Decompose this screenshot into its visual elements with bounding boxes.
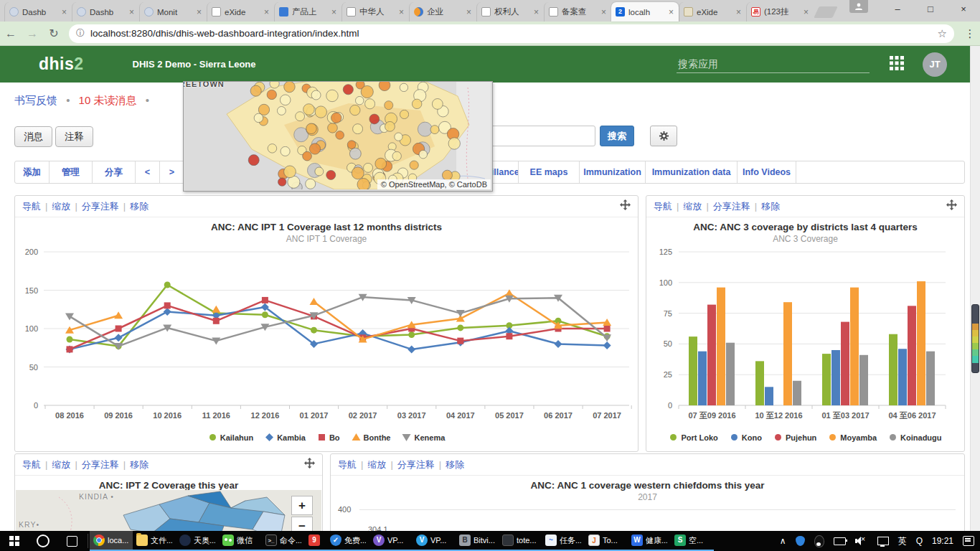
taskbar-app-shield[interactable]: ✓免费...	[326, 531, 369, 551]
dashboard-tab[interactable]: Immunization data	[646, 161, 738, 183]
browser-profile-icon[interactable]	[849, 0, 868, 13]
panel-link-2[interactable]: 分享注释	[82, 459, 119, 470]
taskbar-app-wechat[interactable]: 微信	[219, 531, 262, 551]
taskbar-app-vpb[interactable]: VVP...	[413, 531, 456, 551]
browser-tab[interactable]: 权利人×	[476, 2, 544, 22]
address-bar[interactable]: ⓘ localhost:8280/dhis/dhis-web-dashboard…	[69, 24, 954, 43]
browser-tab[interactable]: eXide×	[679, 2, 746, 22]
panel-link-3[interactable]: 移除	[761, 201, 780, 212]
tab-close-icon[interactable]: ×	[735, 7, 742, 17]
apps-grid-icon[interactable]	[890, 56, 904, 73]
settings-gear-button[interactable]	[650, 126, 677, 146]
tab-close-icon[interactable]: ×	[668, 7, 674, 17]
legend-item[interactable]: Port Loko	[669, 433, 717, 442]
window-minimize-button[interactable]: –	[881, 0, 914, 20]
legend-item[interactable]: Koinadugu	[888, 433, 941, 442]
panel-link-2[interactable]: 分享注释	[82, 201, 119, 212]
panel-link-2[interactable]: 分享注释	[397, 459, 435, 470]
taskbar-app-wblue[interactable]: W健康...	[628, 531, 671, 551]
taskbar-app-chrome[interactable]: loca...	[90, 531, 133, 551]
dashboard-add-button[interactable]: 添加	[15, 161, 50, 183]
browser-tab[interactable]: 企业×	[409, 2, 476, 22]
dashboard-share-button[interactable]: 分享	[93, 161, 136, 183]
unread-messages-link[interactable]: 10 未读消息	[79, 94, 137, 106]
legend-item[interactable]: Kambia	[265, 433, 306, 442]
cortana-search-button[interactable]	[29, 531, 57, 551]
panel-link-1[interactable]: 缩放	[52, 201, 70, 212]
tab-close-icon[interactable]: ×	[803, 7, 809, 17]
panel-link-0[interactable]: 导航	[654, 201, 672, 212]
start-button[interactable]	[0, 531, 29, 551]
browser-tab[interactable]: 中华人×	[341, 2, 409, 22]
browser-tab[interactable]: Monit×	[139, 2, 207, 22]
tray-clock[interactable]: 19:21	[932, 536, 953, 546]
taskbar-app-cmd[interactable]: >_命令...	[262, 531, 305, 551]
panel-link-3[interactable]: 移除	[130, 459, 149, 470]
task-view-button[interactable]	[57, 531, 86, 551]
tray-battery-icon[interactable]	[834, 537, 846, 545]
page-scrollbar-thumb[interactable]	[971, 304, 979, 373]
legend-item[interactable]: Kailahun	[208, 433, 253, 442]
tab-close-icon[interactable]: ×	[128, 7, 135, 17]
tray-q-icon[interactable]: Q	[916, 536, 923, 546]
tray-shield-icon[interactable]	[796, 536, 805, 546]
panel-link-3[interactable]: 移除	[446, 459, 464, 470]
taskbar-app-globe[interactable]: 天奥...	[176, 531, 219, 551]
browser-tab[interactable]: 备案查×	[544, 2, 611, 22]
tray-qq-icon[interactable]	[814, 535, 824, 547]
legend-item[interactable]: Kono	[730, 433, 762, 442]
forward-icon[interactable]: →	[22, 27, 43, 40]
tab-close-icon[interactable]: ×	[600, 7, 607, 17]
refresh-icon[interactable]: ↻	[43, 27, 65, 40]
legend-item[interactable]: Kenema	[402, 433, 445, 442]
map-zoom-in-button[interactable]: +	[291, 496, 313, 515]
taskbar-app-java[interactable]: JTo...	[585, 531, 628, 551]
panel-link-0[interactable]: 导航	[22, 459, 41, 470]
new-tab-button[interactable]	[814, 6, 837, 18]
browser-tab[interactable]: 易(123挂×	[746, 2, 814, 22]
back-icon[interactable]: ←	[0, 27, 22, 40]
dashboard-tab[interactable]: Info Videos	[738, 161, 796, 183]
interpretations-button[interactable]: 注释	[55, 126, 93, 147]
map-hover-popup[interactable]: FREETOWN © OpenStreetMap, © CartoDB	[183, 81, 493, 192]
panel-move-icon[interactable]	[304, 458, 315, 471]
messages-button[interactable]: 消息	[14, 126, 52, 147]
taskbar-app-tote[interactable]: tote...	[499, 531, 542, 551]
taskbar-app-sgreen[interactable]: S空...	[671, 531, 714, 551]
legend-item[interactable]: Moyamba	[828, 433, 877, 442]
tab-close-icon[interactable]: ×	[61, 7, 67, 17]
tray-network-icon[interactable]	[877, 537, 889, 545]
bookmark-star-icon[interactable]: ☆	[938, 27, 947, 40]
panel-link-1[interactable]: 缩放	[683, 201, 702, 212]
tab-close-icon[interactable]: ×	[196, 7, 202, 17]
legend-item[interactable]: Bo	[317, 433, 340, 442]
panel-move-icon[interactable]	[620, 199, 631, 213]
panel-link-1[interactable]: 缩放	[367, 459, 386, 470]
tab-close-icon[interactable]: ×	[466, 7, 472, 17]
taskbar-app-task[interactable]: ~任务...	[542, 531, 585, 551]
tray-notification-icon[interactable]	[963, 536, 974, 546]
taskbar-app-red9[interactable]: 9	[305, 531, 326, 551]
page-scrollbar-track[interactable]	[970, 46, 980, 531]
tab-close-icon[interactable]: ×	[263, 7, 270, 17]
dhis-logo[interactable]: dhis2	[39, 55, 84, 74]
panel-link-2[interactable]: 分享注释	[713, 201, 750, 212]
panel-move-icon[interactable]	[946, 199, 957, 213]
dashboard-prev-button[interactable]: <	[136, 161, 160, 183]
taskbar-app-folder[interactable]: 文件...	[133, 531, 176, 551]
panel-link-0[interactable]: 导航	[22, 201, 41, 212]
tab-close-icon[interactable]: ×	[398, 7, 405, 17]
panel-link-0[interactable]: 导航	[338, 459, 357, 470]
window-close-button[interactable]: ×	[947, 0, 980, 20]
search-button[interactable]: 搜索	[600, 126, 634, 146]
legend-item[interactable]: Bonthe	[352, 433, 391, 442]
tab-close-icon[interactable]: ×	[331, 7, 337, 17]
tray-chevron-icon[interactable]: ∧	[780, 536, 786, 546]
legend-item[interactable]: Pujehun	[773, 433, 816, 442]
window-maximize-button[interactable]: □	[914, 0, 947, 20]
browser-tab[interactable]: Dashb×	[72, 2, 139, 22]
panel-link-3[interactable]: 移除	[130, 201, 149, 212]
app-search-input[interactable]	[677, 55, 870, 73]
tray-volume-muted-icon[interactable]	[855, 537, 868, 545]
tab-close-icon[interactable]: ×	[533, 7, 540, 17]
